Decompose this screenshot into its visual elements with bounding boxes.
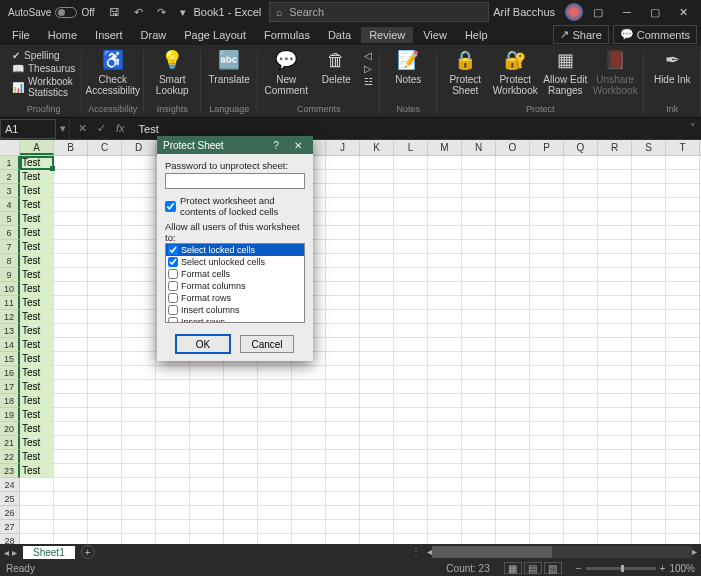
cell[interactable] — [564, 520, 598, 533]
cell[interactable] — [88, 296, 122, 309]
cell[interactable] — [156, 366, 190, 379]
cell[interactable] — [496, 338, 530, 351]
cell[interactable] — [258, 380, 292, 393]
cell[interactable] — [122, 240, 156, 253]
cell[interactable] — [530, 198, 564, 211]
zoom-level[interactable]: 100% — [669, 563, 695, 574]
cell[interactable]: Test — [20, 380, 54, 393]
cell[interactable] — [122, 310, 156, 323]
cell[interactable] — [496, 534, 530, 544]
cell[interactable] — [666, 394, 700, 407]
cell[interactable] — [54, 198, 88, 211]
cell[interactable] — [326, 394, 360, 407]
cell[interactable] — [666, 478, 700, 491]
cell[interactable] — [564, 352, 598, 365]
cell[interactable] — [428, 380, 462, 393]
cell[interactable] — [428, 184, 462, 197]
cell[interactable] — [632, 268, 666, 281]
redo-icon[interactable]: ↷ — [157, 6, 166, 19]
cell[interactable] — [462, 492, 496, 505]
cell[interactable] — [598, 520, 632, 533]
cell[interactable]: Test — [20, 436, 54, 449]
cell[interactable] — [326, 198, 360, 211]
cell[interactable] — [496, 226, 530, 239]
permission-checkbox[interactable] — [168, 245, 178, 255]
column-header[interactable]: S — [632, 140, 666, 155]
allow-edit-ranges-button[interactable]: ▦Allow Edit Ranges — [543, 50, 587, 96]
cell[interactable] — [156, 464, 190, 477]
cell[interactable] — [122, 520, 156, 533]
cell[interactable] — [292, 492, 326, 505]
cell[interactable] — [122, 394, 156, 407]
cell[interactable] — [156, 534, 190, 544]
cell[interactable] — [530, 156, 564, 169]
cell[interactable] — [496, 436, 530, 449]
cell[interactable] — [530, 394, 564, 407]
cell[interactable] — [326, 338, 360, 351]
cell[interactable] — [598, 408, 632, 421]
cell[interactable] — [224, 506, 258, 519]
cell[interactable] — [428, 408, 462, 421]
cell[interactable] — [496, 450, 530, 463]
cell[interactable] — [88, 184, 122, 197]
row-header[interactable]: 1 — [0, 156, 20, 170]
cell[interactable]: Test — [20, 184, 54, 197]
cell[interactable] — [54, 170, 88, 183]
cell[interactable] — [632, 282, 666, 295]
cell[interactable] — [394, 324, 428, 337]
cell[interactable] — [326, 268, 360, 281]
cell[interactable] — [598, 394, 632, 407]
column-header[interactable]: A — [20, 140, 54, 155]
cell[interactable] — [88, 450, 122, 463]
cell[interactable] — [666, 506, 700, 519]
cell[interactable] — [360, 450, 394, 463]
formula-input[interactable]: Test — [133, 123, 685, 135]
cell[interactable] — [564, 408, 598, 421]
show-comments-button[interactable]: ☳ — [364, 76, 373, 87]
cell[interactable] — [54, 478, 88, 491]
cell[interactable] — [564, 534, 598, 544]
cell[interactable] — [598, 450, 632, 463]
cell[interactable] — [190, 534, 224, 544]
cell[interactable] — [530, 240, 564, 253]
cell[interactable] — [530, 506, 564, 519]
cell[interactable] — [462, 296, 496, 309]
permission-checkbox[interactable] — [168, 281, 178, 291]
cell[interactable] — [598, 464, 632, 477]
cell[interactable] — [564, 394, 598, 407]
row-header[interactable]: 11 — [0, 296, 20, 310]
cell[interactable] — [88, 422, 122, 435]
cell[interactable] — [462, 254, 496, 267]
cell[interactable] — [122, 534, 156, 544]
cell[interactable] — [428, 534, 462, 544]
cell[interactable] — [598, 492, 632, 505]
cell[interactable] — [258, 394, 292, 407]
cell[interactable] — [224, 534, 258, 544]
cell[interactable] — [666, 296, 700, 309]
cell[interactable]: Test — [20, 338, 54, 351]
cell[interactable] — [666, 156, 700, 169]
cell[interactable] — [54, 520, 88, 533]
dialog-help-button[interactable]: ? — [267, 140, 285, 151]
cell[interactable] — [428, 226, 462, 239]
check-accessibility-button[interactable]: ♿Check Accessibility — [91, 50, 135, 96]
row-header[interactable]: 18 — [0, 394, 20, 408]
cell[interactable] — [54, 352, 88, 365]
cell[interactable] — [632, 170, 666, 183]
cell[interactable] — [428, 422, 462, 435]
cell[interactable] — [530, 422, 564, 435]
cell[interactable] — [428, 212, 462, 225]
cell[interactable] — [394, 450, 428, 463]
cell[interactable] — [360, 464, 394, 477]
cell[interactable] — [292, 520, 326, 533]
cell[interactable] — [462, 198, 496, 211]
cell[interactable] — [326, 212, 360, 225]
cell[interactable] — [530, 338, 564, 351]
cell[interactable] — [326, 366, 360, 379]
cell[interactable] — [496, 380, 530, 393]
menu-view[interactable]: View — [415, 27, 455, 43]
row-header[interactable]: 4 — [0, 198, 20, 212]
cell[interactable] — [666, 254, 700, 267]
cell[interactable] — [632, 478, 666, 491]
cell[interactable] — [496, 478, 530, 491]
